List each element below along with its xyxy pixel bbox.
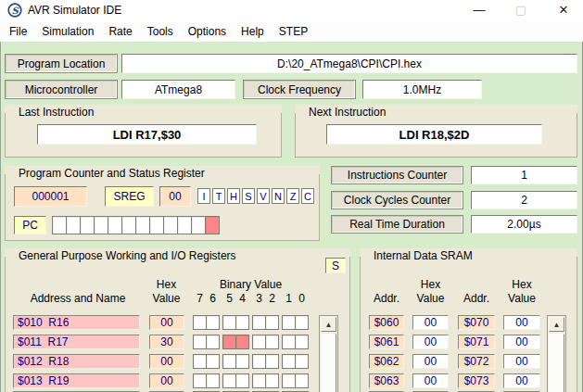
register-hex-cell[interactable]: 00	[149, 373, 184, 388]
register-bit-0	[295, 335, 309, 349]
pc-bit-9	[80, 216, 95, 234]
sram-value-cell[interactable]: 00	[503, 354, 540, 369]
sort-button[interactable]: S	[325, 258, 346, 273]
sram-value-cell[interactable]: 00	[412, 335, 449, 349]
register-bit-1	[282, 315, 296, 330]
registers-address-header: Address and Name	[13, 292, 143, 305]
register-hex-cell[interactable]: 00	[149, 315, 184, 330]
register-bit-1	[282, 373, 296, 388]
register-address-cell: $013 R19	[13, 373, 140, 388]
register-bit-4	[235, 335, 249, 349]
scroll-up-icon[interactable]: ▲	[321, 317, 336, 332]
sram-value-cell[interactable]: 00	[503, 315, 540, 330]
clock-cycles-counter-field[interactable]: 2	[471, 191, 577, 209]
flag-box-t: T	[212, 188, 225, 204]
menu-item-help[interactable]: Help	[234, 23, 272, 40]
sreg-flags: ITHSVNZC	[197, 188, 314, 204]
register-address-cell: $012 R18	[13, 354, 140, 369]
sram-value-cell[interactable]: 00	[503, 373, 540, 388]
registers-binary-header: Binary Value	[193, 278, 309, 291]
pc-bit-3	[163, 216, 178, 234]
sram-title: Internal Data SRAM	[370, 249, 476, 262]
flag-box-h: H	[227, 188, 240, 204]
sram-value-header-b: Value	[503, 292, 540, 305]
register-bit-5	[222, 335, 236, 349]
register-bit-3	[252, 354, 266, 369]
bit-number-3: 3	[252, 292, 266, 304]
register-bit-6	[206, 373, 220, 388]
register-bit-1	[282, 354, 296, 369]
registers-scrollbar[interactable]: ▲	[319, 315, 338, 392]
register-bit-1	[282, 335, 296, 349]
next-instruction-field: LDI R18,$2D	[326, 124, 542, 145]
bit-number-6: 6	[206, 292, 220, 304]
clock-frequency-field[interactable]: 1.0MHz	[362, 80, 482, 99]
sreg-value-field: 00	[159, 186, 191, 207]
sram-value-cell[interactable]: 00	[503, 335, 540, 349]
bit-number-0: 0	[295, 292, 309, 304]
register-bit-2	[265, 315, 279, 330]
real-time-duration-label: Real Time Duration	[331, 215, 463, 234]
program-location-label: Program Location	[5, 54, 118, 73]
minimize-button[interactable]: —	[467, 0, 491, 20]
microcontroller-label: Microcontroller	[5, 80, 118, 99]
register-bit-2	[265, 373, 279, 388]
register-bit-5	[222, 373, 236, 388]
sram-value-header-a: Value	[412, 292, 449, 305]
registers-scrollbar-thumb[interactable]	[321, 334, 336, 392]
flag-box-v: V	[257, 188, 270, 204]
register-bit-4	[235, 354, 249, 369]
sram-value-cell[interactable]: 00	[412, 354, 449, 369]
title-bar: S AVR Simulator IDE — ▢ ✕	[0, 0, 583, 20]
microcontroller-field[interactable]: ATmega8	[121, 80, 235, 99]
register-bit-0	[295, 373, 309, 388]
register-bit-2	[265, 335, 279, 349]
sram-scrollbar[interactable]: ▲	[547, 315, 566, 392]
menu-item-options[interactable]: Options	[181, 23, 234, 40]
svg-text:S: S	[11, 6, 19, 16]
register-bit-7	[193, 315, 207, 330]
registers-hex-header-2: Value	[145, 292, 188, 305]
menu-item-simulation[interactable]: Simulation	[34, 23, 101, 40]
avr-simulator-window: S AVR Simulator IDE — ▢ ✕ FileSimulation…	[0, 0, 583, 392]
flag-box-c: C	[301, 188, 314, 204]
scroll-up-icon[interactable]: ▲	[549, 317, 564, 332]
bit-number-5: 5	[222, 292, 236, 304]
clock-cycles-counter-label: Clock Cycles Counter	[331, 191, 463, 209]
pc-bit-0	[205, 216, 220, 234]
sram-hex-header-1b: Hex	[503, 278, 540, 291]
sram-value-cell[interactable]: 00	[412, 315, 449, 330]
menu-item-tools[interactable]: Tools	[140, 23, 181, 40]
register-bit-2	[265, 354, 279, 369]
register-hex-cell[interactable]: 00	[149, 354, 184, 369]
window-title: AVR Simulator IDE	[28, 0, 121, 20]
close-button[interactable]: ✕	[551, 0, 576, 20]
flag-box-n: N	[272, 188, 285, 204]
register-bit-6	[206, 335, 220, 349]
instructions-counter-field[interactable]: 1	[471, 166, 577, 184]
sram-address-cell: $071	[458, 335, 495, 349]
last-instruction-group: Last Instruction LDI R17,$30	[5, 112, 282, 158]
program-location-field[interactable]: D:\20_ATmega8\CPI\CPI.hex	[121, 54, 577, 73]
maximize-button[interactable]: ▢	[509, 0, 533, 20]
sram-scrollbar-thumb[interactable]	[549, 334, 564, 392]
menu-item-rate[interactable]: Rate	[101, 23, 139, 40]
sreg-label: SREG	[105, 186, 154, 207]
register-bit-5	[222, 315, 236, 330]
pc-hex-field: 000001	[14, 186, 87, 207]
register-bit-3	[252, 315, 266, 330]
register-bit-4	[235, 373, 249, 388]
real-time-duration-field[interactable]: 2.00µs	[471, 215, 577, 234]
register-address-cell: $010 R16	[13, 315, 140, 330]
register-bit-0	[295, 315, 309, 330]
next-instruction-group: Next Instruction LDI R18,$2D	[295, 112, 577, 158]
register-bit-7	[193, 354, 207, 369]
sram-value-cell[interactable]: 00	[412, 373, 449, 388]
register-hex-cell[interactable]: 30	[149, 335, 184, 349]
menu-item-step[interactable]: STEP	[272, 23, 315, 40]
bit-number-1: 1	[282, 292, 296, 304]
pc-bit-11	[52, 216, 67, 234]
register-bit-4	[235, 315, 249, 330]
menu-item-file[interactable]: File	[2, 23, 34, 40]
sram-group: Internal Data SRAM Hex Hex Addr. Value A…	[360, 256, 577, 392]
